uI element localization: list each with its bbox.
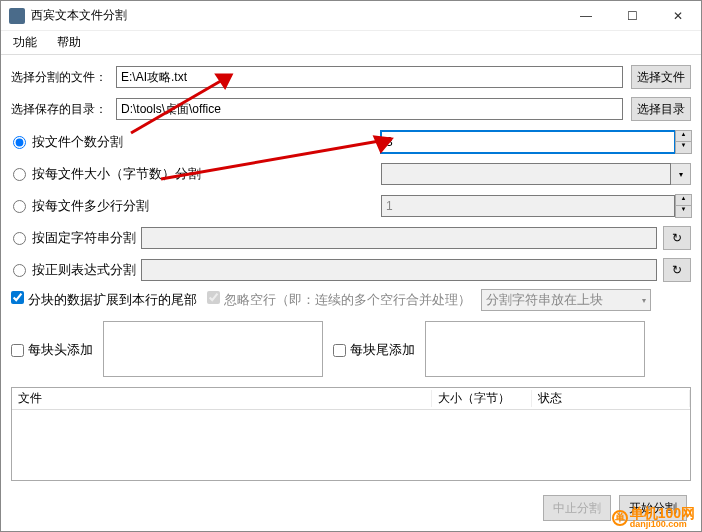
file-input[interactable]	[116, 66, 623, 88]
head-textarea[interactable]	[103, 321, 323, 377]
choose-file-button[interactable]: 选择文件	[631, 65, 691, 89]
menu-func[interactable]: 功能	[9, 32, 41, 53]
radio-by-fixed-row: 按固定字符串分割 ↻	[11, 225, 691, 251]
result-table: 文件 大小（字节） 状态	[11, 387, 691, 481]
block-add-row: 每块头添加 每块尾添加	[11, 321, 691, 377]
refresh-icon: ↻	[672, 263, 682, 277]
fixed-refresh-button[interactable]: ↻	[663, 226, 691, 250]
tail-check[interactable]	[333, 344, 346, 357]
dir-input[interactable]	[116, 98, 623, 120]
chevron-down-icon: ▾	[642, 296, 646, 305]
radio-by-lines-label: 按每文件多少行分割	[32, 197, 149, 215]
size-dropdown-icon: ▾	[671, 163, 691, 185]
count-spinner[interactable]: ▲▼	[675, 131, 691, 153]
radio-by-size-row: 按每文件大小（字节数）分割 ▾	[11, 161, 691, 187]
refresh-icon: ↻	[672, 231, 682, 245]
file-label: 选择分割的文件：	[11, 69, 116, 86]
radio-by-regex[interactable]	[13, 264, 26, 277]
radio-by-lines-row: 按每文件多少行分割 ▲▼	[11, 193, 691, 219]
count-input[interactable]	[381, 131, 675, 153]
radio-by-count[interactable]	[13, 136, 26, 149]
radio-by-lines[interactable]	[13, 200, 26, 213]
window-title: 西宾文本文件分割	[31, 7, 563, 24]
th-size[interactable]: 大小（字节）	[432, 390, 532, 407]
menu-help[interactable]: 帮助	[53, 32, 85, 53]
head-check-label: 每块头添加	[28, 341, 93, 359]
radio-by-count-label: 按文件个数分割	[32, 133, 123, 151]
radio-by-count-row: 按文件个数分割 ▲▼	[11, 129, 691, 155]
choose-dir-button[interactable]: 选择目录	[631, 97, 691, 121]
close-button[interactable]: ✕	[655, 1, 701, 31]
lines-input	[381, 195, 675, 217]
size-input	[381, 163, 671, 185]
dir-label: 选择保存的目录：	[11, 101, 116, 118]
maximize-button[interactable]: ☐	[609, 1, 655, 31]
watermark: 单 单机100网 danji100.com	[612, 506, 695, 529]
stop-button: 中止分割	[543, 495, 611, 521]
menubar: 功能 帮助	[1, 31, 701, 55]
tail-textarea[interactable]	[425, 321, 645, 377]
app-icon	[9, 8, 25, 24]
dir-row: 选择保存的目录： 选择目录	[11, 97, 691, 121]
options-row: 分块的数据扩展到本行的尾部 忽略空行（即：连续的多个空行合并处理） 分割字符串放…	[11, 289, 691, 311]
file-row: 选择分割的文件： 选择文件	[11, 65, 691, 89]
radio-by-regex-label: 按正则表达式分割	[32, 261, 136, 279]
regex-refresh-button[interactable]: ↻	[663, 258, 691, 282]
radio-by-fixed-label: 按固定字符串分割	[32, 229, 136, 247]
th-file[interactable]: 文件	[12, 390, 432, 407]
radio-by-regex-row: 按正则表达式分割 ↻	[11, 257, 691, 283]
watermark-icon: 单	[612, 510, 628, 526]
minimize-button[interactable]: —	[563, 1, 609, 31]
regex-input	[141, 259, 657, 281]
expand-check-label[interactable]: 分块的数据扩展到本行的尾部	[11, 291, 197, 309]
content: 选择分割的文件： 选择文件 选择保存的目录： 选择目录 按文件个数分割 ▲▼ 按…	[1, 55, 701, 481]
table-header: 文件 大小（字节） 状态	[12, 388, 690, 410]
titlebar: 西宾文本文件分割 — ☐ ✕	[1, 1, 701, 31]
radio-by-size-label: 按每文件大小（字节数）分割	[32, 165, 201, 183]
radio-by-fixed[interactable]	[13, 232, 26, 245]
fixed-input	[141, 227, 657, 249]
ignore-check-label: 忽略空行（即：连续的多个空行合并处理）	[207, 291, 471, 309]
th-status[interactable]: 状态	[532, 390, 690, 407]
ignore-check	[207, 291, 220, 304]
head-check[interactable]	[11, 344, 24, 357]
radio-by-size[interactable]	[13, 168, 26, 181]
split-pos-dropdown: 分割字符串放在上块▾	[481, 289, 651, 311]
expand-check[interactable]	[11, 291, 24, 304]
tail-check-label: 每块尾添加	[350, 341, 415, 359]
lines-spinner: ▲▼	[675, 195, 691, 217]
